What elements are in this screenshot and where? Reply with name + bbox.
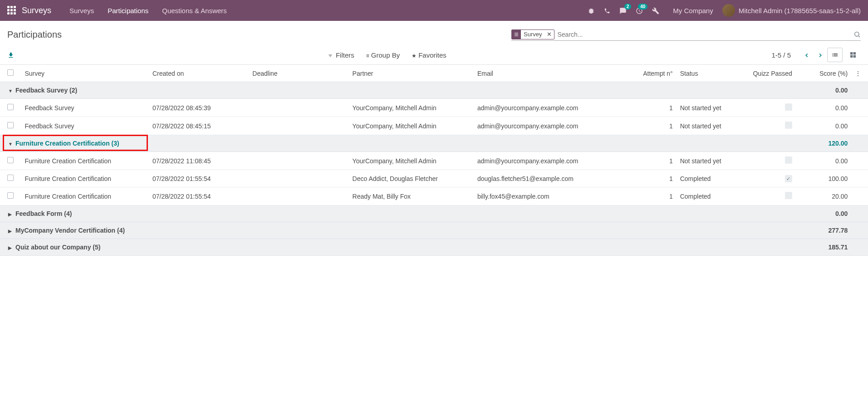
search-input[interactable] [554, 30, 850, 39]
group-header[interactable]: ▶Feedback Form (4)0.00 [0, 205, 868, 222]
table-row[interactable]: Furniture Creation Certification07/28/20… [0, 170, 868, 187]
column-options-icon[interactable]: ⋮ [851, 65, 868, 82]
cell-partner: YourCompany, Mitchell Admin [349, 99, 474, 117]
phone-icon[interactable] [604, 6, 610, 15]
col-deadline[interactable]: Deadline [249, 65, 348, 82]
chevron-down-icon: ▼ [8, 142, 13, 146]
group-header[interactable]: ▼Feedback Survey (2)0.00 [0, 82, 868, 99]
nav-link-participations[interactable]: Participations [108, 7, 148, 15]
svg-rect-8 [853, 55, 856, 58]
chevron-right-icon: ▶ [8, 212, 13, 217]
cell-quiz [740, 152, 795, 170]
cell-score: 0.00 [796, 117, 851, 135]
filters-button[interactable]: Filters [328, 51, 354, 59]
row-checkbox[interactable] [7, 192, 14, 199]
tools-icon[interactable] [652, 6, 659, 15]
app-brand[interactable]: Surveys [22, 6, 51, 15]
group-label: Feedback Form (4) [15, 210, 72, 217]
group-score: 0.00 [796, 205, 851, 222]
pager-next[interactable] [817, 50, 824, 60]
cell-email: admin@yourcompany.example.com [474, 152, 621, 170]
company-switcher[interactable]: My Company [673, 7, 713, 15]
activity-icon[interactable]: 40 [636, 6, 643, 15]
col-created[interactable]: Created on [149, 65, 249, 82]
group-score: 120.00 [796, 135, 851, 152]
col-score[interactable]: Score (%) [796, 65, 851, 82]
row-checkbox[interactable] [7, 122, 14, 128]
pager-prev[interactable] [804, 50, 810, 60]
cell-email: admin@yourcompany.example.com [474, 117, 621, 135]
activity-badge: 40 [638, 4, 647, 10]
avatar[interactable] [722, 4, 735, 17]
col-status[interactable]: Status [677, 65, 740, 82]
username[interactable]: Mitchell Admin (17885655-saas-15-2-all) [739, 7, 861, 15]
cell-created: 07/28/2022 08:45:39 [149, 99, 249, 117]
cell-email: billy.fox45@example.com [474, 187, 621, 205]
cell-attempt: 1 [621, 99, 676, 117]
select-all-checkbox[interactable] [7, 69, 14, 76]
favorites-button[interactable]: ★Favorites [412, 51, 446, 59]
cell-quiz [740, 187, 795, 205]
row-checkbox[interactable] [7, 175, 14, 181]
control-panel: Participations Survey ✕ Filters [0, 21, 868, 65]
svg-point-3 [855, 32, 859, 36]
cell-email: douglas.fletcher51@example.com [474, 170, 621, 187]
table-row[interactable]: Feedback Survey07/28/2022 08:45:15YourCo… [0, 117, 868, 135]
table-row[interactable]: Furniture Creation Certification07/28/20… [0, 152, 868, 170]
cell-created: 07/28/2022 08:45:15 [149, 117, 249, 135]
col-partner[interactable]: Partner [349, 65, 474, 82]
group-score: 277.78 [796, 222, 851, 239]
table-row[interactable]: Feedback Survey07/28/2022 08:45:39YourCo… [0, 99, 868, 117]
cell-created: 07/28/2022 01:55:54 [149, 187, 249, 205]
groupby-button-icon: ≡ [366, 53, 369, 59]
apps-icon[interactable] [7, 6, 16, 15]
cell-survey: Furniture Creation Certification [21, 170, 149, 187]
search-icon[interactable] [853, 30, 861, 38]
table-row[interactable]: Furniture Creation Certification07/28/20… [0, 187, 868, 205]
cell-partner: Deco Addict, Douglas Fletcher [349, 170, 474, 187]
col-survey[interactable]: Survey [21, 65, 149, 82]
row-checkbox[interactable] [7, 157, 14, 163]
kanban-view-button[interactable] [845, 48, 861, 62]
star-icon: ★ [412, 53, 417, 59]
pager[interactable]: 1-5 / 5 [771, 51, 791, 59]
groupby-icon [512, 30, 521, 39]
cell-partner: YourCompany, Mitchell Admin [349, 117, 474, 135]
cell-deadline [249, 187, 348, 205]
facet-label: Survey [521, 30, 544, 39]
cell-status: Completed [677, 170, 740, 187]
nav-link-questions-answers[interactable]: Questions & Answers [162, 7, 227, 15]
participations-table: Survey Created on Deadline Partner Email… [0, 65, 868, 256]
cell-deadline [249, 170, 348, 187]
cell-email: admin@yourcompany.example.com [474, 99, 621, 117]
svg-rect-7 [850, 55, 853, 58]
cell-attempt: 1 [621, 187, 676, 205]
bug-icon[interactable] [588, 6, 595, 15]
chevron-down-icon: ▼ [8, 88, 13, 93]
nav-link-surveys[interactable]: Surveys [69, 7, 94, 15]
export-icon[interactable] [7, 51, 15, 59]
row-checkbox[interactable] [7, 104, 14, 110]
messaging-icon[interactable]: 2 [619, 6, 627, 15]
group-header[interactable]: ▼Furniture Creation Certification (3)120… [0, 135, 868, 152]
quiz-indicator [785, 103, 792, 111]
cell-survey: Furniture Creation Certification [21, 187, 149, 205]
groupby-button[interactable]: ≡Group By [366, 51, 400, 59]
col-quiz[interactable]: Quizz Passed [740, 65, 795, 82]
facet-remove[interactable]: ✕ [544, 30, 554, 39]
svg-rect-1 [515, 34, 518, 34]
group-header[interactable]: ▶MyCompany Vendor Certification (4)277.7… [0, 222, 868, 239]
cell-deadline [249, 99, 348, 117]
page-title: Participations [7, 29, 62, 40]
list-view-button[interactable] [827, 48, 843, 62]
group-score: 0.00 [796, 82, 851, 99]
svg-line-4 [858, 36, 860, 37]
group-header[interactable]: ▶Quiz about our Company (5)185.71 [0, 239, 868, 256]
cell-status: Not started yet [677, 99, 740, 117]
col-email[interactable]: Email [474, 65, 621, 82]
svg-rect-6 [853, 52, 856, 54]
group-label: MyCompany Vendor Certification (4) [15, 227, 125, 234]
cell-status: Not started yet [677, 117, 740, 135]
col-attempt[interactable]: Attempt n° [621, 65, 676, 82]
svg-rect-0 [515, 33, 518, 33]
